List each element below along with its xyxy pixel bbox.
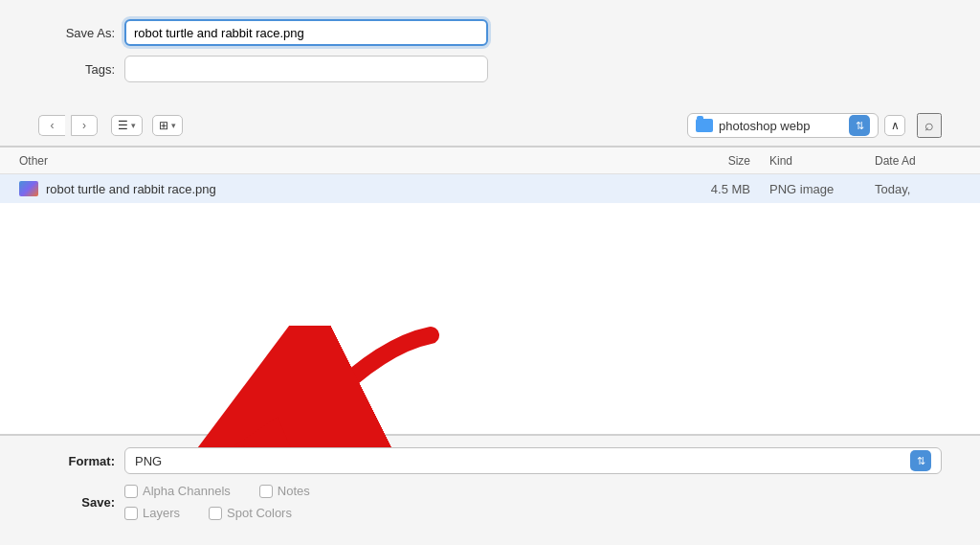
folder-icon xyxy=(696,119,713,132)
toolbar: ‹ › ☰ ▾ ⊞ ▾ photoshop webp ⇅ ∧ xyxy=(0,105,980,147)
checkboxes-container: Alpha Channels Notes Layers Spot Colors xyxy=(124,484,942,520)
alpha-channels-checkbox[interactable] xyxy=(124,485,138,498)
column-headers: Other Size Kind Date Ad xyxy=(0,148,980,174)
file-date: Today, xyxy=(865,182,961,196)
format-stepper-icon: ⇅ xyxy=(917,455,925,467)
location-selector[interactable]: photoshop webp ⇅ xyxy=(687,113,879,138)
save-options-row: Save: Alpha Channels Notes Layers xyxy=(38,484,942,520)
save-options-label: Save: xyxy=(38,495,115,510)
notes-option: Notes xyxy=(259,484,310,498)
col-other-header: Other xyxy=(19,154,655,168)
format-selector[interactable]: PNG ⇅ xyxy=(124,447,942,474)
save-as-label: Save As: xyxy=(38,26,115,40)
table-row[interactable]: robot turtle and rabbit race.png 4.5 MB … xyxy=(0,174,980,203)
forward-icon: › xyxy=(82,119,86,132)
location-name: photoshop webp xyxy=(719,119,810,133)
back-button[interactable]: ‹ xyxy=(38,115,65,136)
list-view-button[interactable]: ☰ ▾ xyxy=(111,115,143,136)
file-list-container: Other Size Kind Date Ad robot turtle and… xyxy=(0,147,980,435)
spot-colors-label: Spot Colors xyxy=(227,506,292,520)
file-thumbnail xyxy=(19,181,38,196)
search-button[interactable]: ⌕ xyxy=(917,113,942,138)
expand-button[interactable]: ∧ xyxy=(884,115,905,136)
save-dialog: Save As: Tags: ‹ › ☰ ▾ ⊞ ▾ photoshop web… xyxy=(0,0,980,545)
layers-option: Layers xyxy=(124,506,180,520)
col-date-header: Date Ad xyxy=(865,154,961,168)
top-section: Save As: Tags: xyxy=(0,0,980,105)
file-kind: PNG image xyxy=(750,182,865,196)
notes-label: Notes xyxy=(278,484,310,498)
notes-checkbox[interactable] xyxy=(259,485,273,498)
col-kind-header: Kind xyxy=(750,154,865,168)
checkboxes-row1: Alpha Channels Notes xyxy=(124,484,942,498)
spot-colors-checkbox[interactable] xyxy=(209,507,222,520)
checkboxes-row2: Layers Spot Colors xyxy=(124,506,942,520)
save-as-input[interactable] xyxy=(124,19,488,46)
tags-row: Tags: xyxy=(38,56,942,82)
file-name: robot turtle and rabbit race.png xyxy=(46,182,655,196)
save-as-row: Save As: xyxy=(38,19,942,46)
expand-icon: ∧ xyxy=(891,119,900,132)
layers-label: Layers xyxy=(143,506,180,520)
tags-input[interactable] xyxy=(124,56,488,82)
format-row: Format: PNG ⇅ xyxy=(38,447,942,474)
format-stepper[interactable]: ⇅ xyxy=(910,450,931,471)
bottom-section: Format: PNG ⇅ Save: Alpha Channels xyxy=(0,435,980,545)
col-size-header: Size xyxy=(655,154,750,168)
grid-view-chevron: ▾ xyxy=(171,121,176,130)
search-icon: ⌕ xyxy=(924,117,934,134)
location-stepper[interactable]: ⇅ xyxy=(849,115,870,136)
alpha-channels-option: Alpha Channels xyxy=(124,484,231,498)
format-label: Format: xyxy=(38,454,115,468)
stepper-icon: ⇅ xyxy=(856,120,864,132)
file-size: 4.5 MB xyxy=(655,182,750,196)
format-value: PNG xyxy=(135,454,910,468)
back-icon: ‹ xyxy=(51,119,55,132)
spot-colors-option: Spot Colors xyxy=(209,506,292,520)
list-icon: ☰ xyxy=(118,119,128,132)
layers-checkbox[interactable] xyxy=(124,507,138,520)
tags-label: Tags: xyxy=(38,62,115,77)
location-bar: photoshop webp ⇅ ∧ ⌕ xyxy=(687,113,942,138)
alpha-channels-label: Alpha Channels xyxy=(143,484,231,498)
list-view-chevron: ▾ xyxy=(131,121,136,130)
forward-button[interactable]: › xyxy=(71,115,98,136)
grid-view-button[interactable]: ⊞ ▾ xyxy=(152,115,183,136)
grid-icon: ⊞ xyxy=(159,119,168,132)
